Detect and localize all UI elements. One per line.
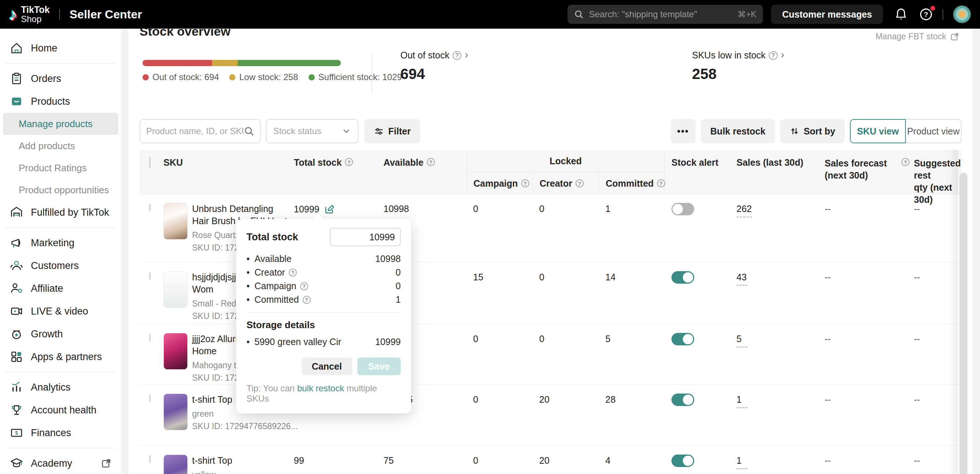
products-icon <box>10 94 24 108</box>
help-circle-icon[interactable]: ? <box>345 158 353 166</box>
sidebar-divider <box>5 63 117 64</box>
filter-button[interactable]: Filter <box>364 119 420 143</box>
select-all-checkbox[interactable] <box>149 156 151 168</box>
sidebar-label: Product Ratings <box>19 162 87 174</box>
creator-cell: 0 <box>533 194 599 262</box>
sidebar-item-account-health[interactable]: Account health <box>0 399 121 422</box>
sidebar-item-marketing[interactable]: Marketing <box>0 232 121 254</box>
bullet: • <box>247 253 250 264</box>
bulk-restock-link[interactable]: bulk restock <box>297 383 344 393</box>
help-circle-icon[interactable]: ? <box>303 296 311 304</box>
chevron-right-icon: › <box>465 49 468 60</box>
sidebar-item-manage-products[interactable]: Manage products <box>3 113 118 135</box>
tab-sku-view[interactable]: SKU view <box>850 119 906 143</box>
user-avatar[interactable] <box>953 5 971 24</box>
help-circle-icon[interactable]: ? <box>453 51 461 60</box>
row-checkbox-cell <box>140 385 164 445</box>
help-circle-icon[interactable]: ? <box>576 179 584 188</box>
save-button[interactable]: Save <box>357 358 401 375</box>
sales-value[interactable]: 5 <box>737 334 748 348</box>
stock-breakdown-list: • Available 10998 • Creator ? 0 • Campai… <box>247 252 401 307</box>
product-search-input[interactable] <box>146 126 244 136</box>
sidebar-item-products[interactable]: Products <box>0 90 121 113</box>
help-circle-icon[interactable]: ? <box>657 179 665 188</box>
sidebar-item-growth[interactable]: Growth <box>0 323 121 345</box>
bulk-restock-button[interactable]: Bulk restock <box>701 119 775 143</box>
sales-value[interactable]: 43 <box>737 272 748 286</box>
row-checkbox[interactable] <box>149 204 151 211</box>
sidebar-item-orders[interactable]: Orders <box>0 67 121 90</box>
manage-fbt-stock-link[interactable]: Manage FBT stock <box>875 32 959 41</box>
product-search-field[interactable] <box>140 119 261 143</box>
sidebar-item-finances[interactable]: $ Finances <box>0 422 121 444</box>
external-link-icon <box>101 458 112 469</box>
customer-messages-button[interactable]: Customer messages <box>771 5 883 24</box>
sidebar-label: Account health <box>31 404 97 416</box>
customers-icon <box>10 259 24 273</box>
sidebar-item-product-opportunities[interactable]: Product opportunities <box>0 179 121 201</box>
sidebar-item-fulfilled-by-tiktok[interactable]: Fulfilled by TikTok <box>0 201 121 224</box>
sidebar-label: Academy <box>31 458 72 469</box>
sidebar-item-academy[interactable]: Academy <box>0 452 121 474</box>
help-circle-icon[interactable]: ? <box>427 158 435 166</box>
stat-skus-low-link[interactable]: SKUs low in stock ? › <box>692 50 784 60</box>
orders-icon <box>10 72 24 86</box>
sales-value[interactable]: 1 <box>737 394 748 408</box>
sidebar-item-add-products[interactable]: Add products <box>0 135 121 157</box>
sidebar-item-affiliate[interactable]: Affiliate <box>0 277 121 300</box>
sidebar-label: Products <box>31 96 70 107</box>
help-circle-icon[interactable]: ? <box>300 282 308 290</box>
sidebar-label: Orders <box>31 73 61 84</box>
global-search[interactable]: ⌘+K <box>568 5 763 24</box>
stock-alert-toggle[interactable] <box>671 333 694 345</box>
total-stock-input[interactable] <box>330 228 401 246</box>
help-circle-icon[interactable]: ? <box>521 179 529 188</box>
legend-dot-out-of-stock <box>143 74 149 81</box>
sort-by-button[interactable]: Sort by <box>780 119 845 143</box>
storage-details-title: Storage details <box>247 319 401 331</box>
help-circle-icon[interactable]: ? <box>769 51 778 60</box>
row-checkbox[interactable] <box>149 394 151 402</box>
stock-alert-toggle[interactable] <box>671 271 694 284</box>
help-icon[interactable]: ? <box>919 7 933 21</box>
more-actions-button[interactable]: ••• <box>671 119 696 143</box>
stat-out-of-stock-link[interactable]: Out of stock ? › <box>400 50 468 60</box>
edit-stock-icon[interactable] <box>324 204 335 215</box>
product-title[interactable]: t-shirt Top <box>192 455 291 467</box>
sidebar-item-customers[interactable]: Customers <box>0 254 121 277</box>
col-sales: Sales (last 30d) <box>737 150 825 194</box>
sidebar-item-analytics[interactable]: Analytics <box>0 376 121 399</box>
sidebar-label: Manage products <box>19 118 92 130</box>
sidebar-item-product-ratings[interactable]: Product Ratings <box>0 157 121 179</box>
sidebar-item-live-video[interactable]: LIVE & video <box>0 300 121 323</box>
stock-alert-toggle[interactable] <box>671 455 694 467</box>
product-image <box>164 203 188 240</box>
vertical-scrollbar[interactable] <box>959 173 967 474</box>
breakdown-label: Available <box>255 253 292 264</box>
forecast-cell: -- <box>825 262 914 324</box>
tiktok-shop-logo[interactable]: TikTok Shop <box>21 5 49 24</box>
sidebar-item-home[interactable]: Home <box>0 37 121 59</box>
stock-alert-toggle[interactable] <box>671 393 694 406</box>
search-icon <box>244 126 254 136</box>
cancel-button[interactable]: Cancel <box>302 358 352 375</box>
stock-status-select[interactable]: Stock status <box>266 119 358 143</box>
notifications-bell-icon[interactable] <box>894 7 908 21</box>
row-checkbox[interactable] <box>149 272 151 280</box>
help-circle-icon[interactable]: ? <box>289 269 297 277</box>
col-total-stock: Total stock? <box>294 150 383 194</box>
help-circle-icon[interactable]: ? <box>901 158 910 166</box>
sidebar-item-apps-partners[interactable]: Apps & partners <box>0 345 121 368</box>
search-shortcut: ⌘+K <box>738 10 757 19</box>
tab-product-view[interactable]: Product view <box>906 119 962 143</box>
row-checkbox[interactable] <box>149 455 151 463</box>
breakdown-value: 1 <box>396 294 401 305</box>
global-search-input[interactable] <box>589 9 732 19</box>
sales-value[interactable]: 1 <box>737 455 748 469</box>
toggle-knob <box>683 456 693 466</box>
stock-alert-toggle[interactable] <box>671 203 694 215</box>
row-checkbox[interactable] <box>149 334 151 341</box>
chevron-right-icon: › <box>781 49 784 60</box>
sales-value[interactable]: 262 <box>737 204 752 218</box>
total-stock-value: 10999 <box>294 204 320 215</box>
